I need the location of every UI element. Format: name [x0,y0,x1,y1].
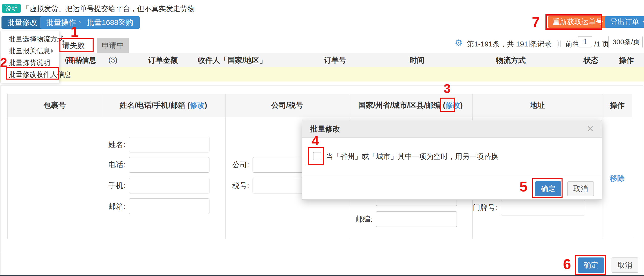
remove-link[interactable]: 移除 [602,173,632,183]
pagination-arrows: ⟨ ⟨ ⟩ ⟩ [529,39,560,48]
close-paren: ) [205,101,207,109]
caret-down-icon [635,41,640,46]
order-col-amount: 订单金额 [148,56,178,64]
pkg-col-region-label: 国家/州省/城市/区县/邮编 [358,101,441,109]
last-page-icon[interactable]: ⟩ [556,39,560,48]
selected-order-row[interactable] [0,67,644,82]
annotation-7: 7 [532,15,540,29]
page-number-input[interactable] [578,36,592,47]
order-col-status: 状态 [584,56,598,64]
menu-item-batch-customs[interactable]: 批量报关信息 [1,45,59,57]
export-orders-button[interactable]: 导出订单 [605,16,644,28]
prev-page-icon[interactable]: ⟨ [538,39,542,48]
mobile-input[interactable] [129,178,210,193]
column-divider [602,94,602,239]
batch-1688-button[interactable]: 批量1688采购 [80,16,140,29]
order-col-recipient: 收件人「国家/地区」 [198,56,267,64]
phone-label: 电话: [94,157,125,173]
annotation-3: 3 [444,82,451,96]
order-col-logistics: 物流方式 [496,56,526,64]
house-number-label: 门牌号: [464,200,497,215]
tax-label: 税号: [218,178,249,193]
tab-apply-failed-count: 191 [67,56,80,64]
close-icon[interactable]: × [583,120,597,138]
house-number-input[interactable] [501,200,585,215]
annotation-4: 4 [312,134,319,148]
annotation-5: 5 [520,179,528,194]
annotation-box-footer-ok [575,255,606,275]
first-page-icon[interactable]: ⟨ [529,39,532,48]
order-col-action: 操作 [619,56,634,64]
info-badge: 说明 [2,4,21,13]
pkg-col-contact-label: 姓名/电话/手机/邮箱 [120,101,185,109]
annotation-box-checkbox [308,147,324,165]
annotation-box-menu-item [6,67,59,80]
menu-item-batch-customs-label: 批量报关信息 [9,47,50,55]
pkg-col-company: 公司/税号 [271,99,303,111]
pkg-col-contact: 姓名/电话/手机/邮箱(修改) [120,99,207,111]
phone-input[interactable] [129,157,210,173]
name-input[interactable] [129,137,210,152]
order-management-screen: 说明 「虚拟发货」把运单号提交给平台，但不真实发走货物 批量修改 批量操作 批量… [0,0,644,276]
email-label: 邮箱: [94,198,125,214]
order-col-order-no: 订单号 [324,56,346,64]
order-col-time: 时间 [410,56,424,64]
company-label: 公司: [218,157,249,173]
mobile-label: 手机: [94,178,125,193]
last-page-bar [560,40,560,47]
annotation-6: 6 [563,257,571,271]
modal-cancel-button[interactable]: 取消 [567,181,594,196]
info-text: 「虚拟发货」把运单号提交给平台，但不真实发走货物 [22,4,194,13]
annotation-box-modal-ok [532,178,562,198]
submenu-arrow-icon [51,49,54,53]
modal-footer-divider [302,175,602,175]
replace-empty-checkbox-label: 当「省州」或「城市」其中一项为空时，用另一项替换 [326,149,498,164]
annotation-box-tab [60,38,94,52]
batch-1688-label: 批量1688采购 [87,17,133,28]
modal-header: 批量修改 × [302,120,602,138]
goto-label: 前往 [565,39,580,49]
tab-apply-failed-suffix: ) [80,56,82,64]
zip-input[interactable] [376,211,457,227]
annotation-box-refetch [546,14,602,30]
window-bottom-edge [0,275,644,276]
pkg-col-action: 操作 [610,99,625,111]
annotation-box-edit-region [440,98,455,112]
next-page-icon[interactable]: ⟩ [548,39,551,48]
tab-applying[interactable]: 申请中 (3) [97,38,129,53]
gear-icon[interactable]: ⚙ [454,38,462,48]
annotation-1: 1 [70,25,78,39]
zip-label: 邮编: [341,211,372,227]
chevron-down-icon [642,19,644,23]
order-table-header [0,53,644,67]
pkg-col-package: 包裹号 [44,99,66,111]
card-separator [1,252,643,252]
email-input[interactable] [129,198,210,214]
menu-item-batch-logistics[interactable]: 批量选择物流方式 [1,33,59,45]
close-paren: ) [460,101,463,109]
name-label: 姓名: [94,137,125,152]
edit-contact-link[interactable]: 修改 [190,101,205,109]
open-paren: ( [188,101,190,109]
export-orders-label: 导出订单 [610,17,639,27]
page-total-label: /1 页 [594,39,609,49]
page-size-select[interactable]: 300条/页 [608,36,643,48]
footer-cancel-button[interactable]: 取消 [612,258,638,273]
pkg-col-address: 地址 [530,99,545,111]
batch-edit-label: 批量修改 [8,17,37,28]
